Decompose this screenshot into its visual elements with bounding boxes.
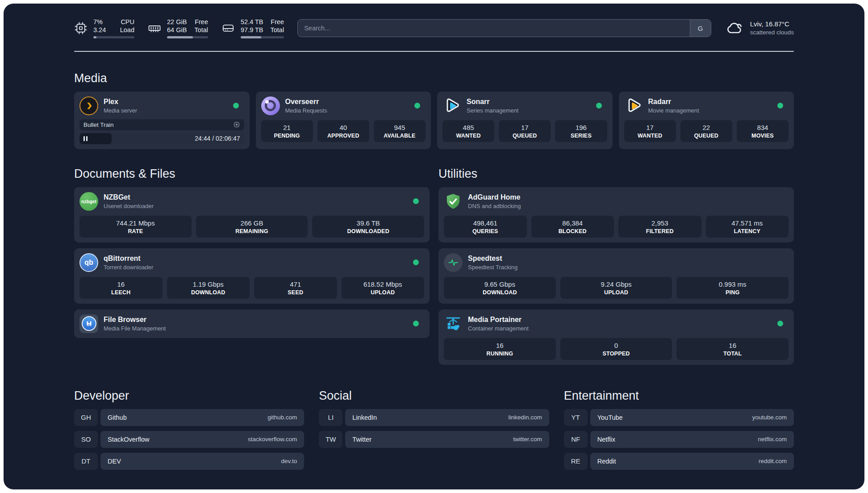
link-dev[interactable]: DT DEVdev.to — [74, 453, 304, 470]
section-title-documents: Documents & Files — [74, 167, 430, 181]
status-dot — [413, 198, 419, 204]
link-url: linkedin.com — [509, 414, 542, 421]
cpu-load-value: 3.24 — [93, 26, 106, 34]
status-dot — [777, 321, 783, 326]
now-playing-row: Bullet Train — [79, 119, 244, 130]
app-card-speedtest[interactable]: Speedtest Speedtest Tracking 9.65 GbpsDO… — [438, 248, 794, 304]
app-card-nzbget[interactable]: nzbget NZBGet Usenet downloader 744.21 M… — [74, 187, 430, 242]
app-card-filebrowser[interactable]: File Browser Media File Management — [74, 309, 430, 338]
status-dot — [413, 321, 419, 326]
link-name: DEV — [108, 458, 121, 465]
portainer-icon — [444, 314, 463, 333]
memory-progress — [167, 36, 208, 38]
stat-tile: 2,953FILTERED — [618, 216, 701, 238]
topbar: 7%3.24 CPULoad 22 GiB64 GiB FreeTotal — [74, 19, 794, 38]
search-bar[interactable]: G — [297, 19, 711, 37]
stat-tile: 16TOTAL — [676, 338, 789, 360]
stat-tile: 0STOPPED — [560, 338, 672, 360]
link-abbr: RE — [564, 453, 588, 470]
link-url: stackoverflow.com — [248, 436, 297, 443]
app-card-adguard[interactable]: AdGuard Home DNS and adblocking 498,461Q… — [438, 187, 794, 242]
dashboard: 7%3.24 CPULoad 22 GiB64 GiB FreeTotal — [4, 4, 864, 489]
stat-tile: 47.571 msLATENCY — [706, 216, 789, 238]
plex-icon — [79, 96, 98, 115]
stat-tile: 485WANTED — [442, 120, 494, 142]
cpu-label: CPU — [120, 18, 134, 26]
link-url: youtube.com — [752, 414, 787, 421]
link-url: reddit.com — [759, 458, 787, 464]
app-title: Radarr — [648, 98, 699, 106]
link-linkedin[interactable]: LI LinkedInlinkedin.com — [319, 409, 549, 426]
nzbget-icon: nzbget — [79, 192, 98, 211]
search-input[interactable] — [298, 25, 690, 32]
stat-tile: 9.24 GbpsUPLOAD — [560, 277, 672, 299]
overseerr-icon — [261, 96, 280, 115]
link-abbr: YT — [564, 409, 588, 426]
link-abbr: NF — [564, 431, 588, 448]
playback-time: 24:44 / 02:06:47 — [195, 135, 244, 142]
cloud-icon — [725, 19, 744, 37]
weather-widget: Lviv, 16.87°C scattered clouds — [725, 19, 794, 37]
stat-tile: 86,384BLOCKED — [531, 216, 614, 238]
header-divider — [74, 51, 794, 52]
link-stackoverflow[interactable]: SO StackOverflowstackoverflow.com — [74, 431, 304, 448]
app-card-plex[interactable]: Plex Media server Bullet Train 24:44 / 0… — [74, 92, 250, 149]
link-name: Github — [108, 414, 127, 421]
sonarr-icon — [442, 96, 461, 115]
section-title-utilities: Utilities — [438, 167, 794, 181]
disk-total-value: 97.9 TB — [241, 26, 263, 34]
app-card-sonarr[interactable]: Sonarr Series management 485WANTED 17QUE… — [437, 92, 613, 149]
app-card-radarr[interactable]: Radarr Movie management 17WANTED 22QUEUE… — [619, 92, 794, 149]
session-icon — [233, 121, 240, 128]
app-subtitle: Media Requests — [285, 107, 327, 114]
search-engine-button[interactable]: G — [690, 20, 711, 37]
memory-stat: 22 GiB64 GiB FreeTotal — [148, 18, 208, 38]
section-title-developer: Developer — [74, 389, 304, 403]
filebrowser-icon — [79, 314, 98, 333]
memory-total-label: Total — [194, 26, 208, 34]
stat-tile: 1.19 GbpsDOWNLOAD — [167, 277, 250, 299]
link-name: LinkedIn — [352, 414, 377, 421]
app-subtitle: Media server — [104, 107, 137, 114]
app-title: Plex — [104, 98, 137, 106]
link-abbr: TW — [319, 431, 342, 448]
cpu-value: 7% — [93, 18, 106, 26]
now-playing-title: Bullet Train — [83, 121, 114, 128]
stat-tile: 17QUEUED — [499, 120, 551, 142]
qbittorrent-icon: qb — [79, 253, 98, 272]
link-abbr: GH — [74, 409, 98, 426]
cpu-icon — [74, 21, 88, 35]
link-youtube[interactable]: YT YouTubeyoutube.com — [564, 409, 794, 426]
app-card-qbittorrent[interactable]: qb qBittorrent Torrent downloader 16LEEC… — [74, 248, 430, 304]
pause-button[interactable] — [83, 136, 88, 141]
section-title-entertainment: Entertainment — [564, 389, 794, 403]
link-reddit[interactable]: RE Redditreddit.com — [564, 453, 794, 470]
disk-free-value: 52.4 TB — [241, 18, 263, 26]
stat-tile: 744.21 MbpsRATE — [79, 216, 192, 238]
stat-tile: 498,461QUERIES — [444, 216, 527, 238]
stat-tile: 0.993 msPING — [676, 277, 789, 299]
stat-tile: 22QUEUED — [680, 120, 732, 142]
app-card-overseerr[interactable]: Overseerr Media Requests 21PENDING 40APP… — [256, 92, 431, 149]
stat-tile: 196SERIES — [555, 120, 607, 142]
stat-tile: 16RUNNING — [444, 338, 556, 360]
link-name: Twitter — [352, 436, 371, 443]
memory-icon — [148, 21, 161, 35]
playback-progress-bar: 24:44 / 02:06:47 — [79, 133, 244, 144]
link-url: netflix.com — [758, 436, 787, 443]
status-dot — [596, 103, 602, 109]
app-title: NZBGet — [104, 193, 154, 201]
link-abbr: DT — [74, 453, 98, 470]
link-netflix[interactable]: NF Netflixnetflix.com — [564, 431, 794, 448]
app-card-portainer[interactable]: Media Portainer Container management 16R… — [438, 309, 794, 365]
app-title: qBittorrent — [104, 255, 153, 263]
app-title: AdGuard Home — [468, 193, 521, 201]
memory-free-value: 22 GiB — [167, 18, 187, 26]
weather-location: Lviv, 16.87°C — [750, 20, 794, 28]
memory-total-value: 64 GiB — [167, 26, 187, 34]
app-subtitle: Usenet downloader — [104, 203, 154, 209]
app-subtitle: DNS and adblocking — [468, 203, 521, 209]
disk-stat: 52.4 TB97.9 TB FreeTotal — [221, 18, 284, 38]
link-twitter[interactable]: TW Twittertwitter.com — [319, 431, 549, 448]
link-github[interactable]: GH Githubgithub.com — [74, 409, 304, 426]
